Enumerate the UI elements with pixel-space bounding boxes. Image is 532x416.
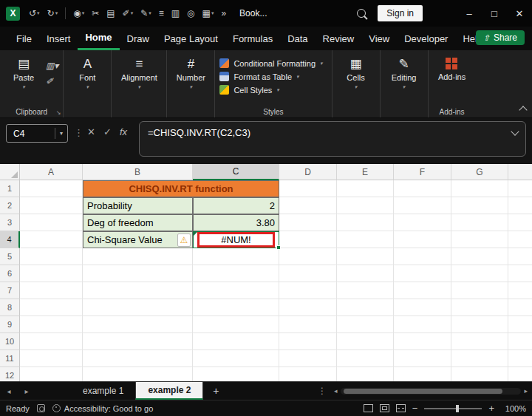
row-header-4[interactable]: 4 xyxy=(0,231,20,248)
number-group-button[interactable]: # Number ▾ xyxy=(171,55,210,106)
sheet-nav-right-icon[interactable]: ▸ xyxy=(18,382,35,400)
row-header-12[interactable]: 12 xyxy=(0,367,20,381)
row-header-5[interactable]: 5 xyxy=(0,248,20,265)
sheet-tab-example-1[interactable]: example 1 xyxy=(71,382,135,400)
row-header-3[interactable]: 3 xyxy=(0,214,20,231)
cancel-button[interactable]: ✕ xyxy=(87,126,95,137)
cell-styles-button[interactable]: Cell Styles ▾ xyxy=(219,85,322,95)
cells-area[interactable]: CHISQ.INV.RT function Probability 2 Deg … xyxy=(20,180,532,381)
tab-formulas[interactable]: Formulas xyxy=(225,27,280,50)
cell-b3[interactable]: Deg of freedom xyxy=(83,214,193,231)
row-header-7[interactable]: 7 xyxy=(0,282,20,299)
scrollbar-thumb[interactable] xyxy=(344,389,503,394)
tab-file[interactable]: File xyxy=(9,27,39,50)
tab-draw[interactable]: Draw xyxy=(120,27,157,50)
zoom-slider[interactable] xyxy=(424,408,482,409)
cut-button[interactable]: ✂ xyxy=(89,6,102,21)
clipboard-dialog-launcher[interactable]: ↘ xyxy=(56,109,61,116)
cell-c4-selected[interactable]: #NUM! xyxy=(193,231,279,248)
zoom-in-button[interactable]: + xyxy=(488,403,494,414)
format-as-table-button[interactable]: Format as Table ▾ xyxy=(219,72,322,81)
tab-review[interactable]: Review xyxy=(316,27,362,50)
scrollbar-track[interactable] xyxy=(341,388,522,395)
tab-view[interactable]: View xyxy=(361,27,397,50)
close-button[interactable]: ✕ xyxy=(507,0,532,27)
fill-handle[interactable] xyxy=(276,245,281,250)
paste-button[interactable]: ▤ Paste ▾ xyxy=(4,55,43,106)
column-header-c[interactable]: C xyxy=(193,164,279,180)
sheet-nav-left-icon[interactable]: ◂ xyxy=(0,382,18,400)
search-icon[interactable] xyxy=(357,9,366,18)
undo-button[interactable]: ↺▾ xyxy=(26,6,43,21)
minimize-button[interactable]: – xyxy=(457,0,482,27)
scroll-right-icon[interactable]: ▸ xyxy=(524,387,528,395)
add-sheet-button[interactable]: + xyxy=(203,382,228,400)
row-header-6[interactable]: 6 xyxy=(0,265,20,282)
qat-overflow-button[interactable]: » xyxy=(218,6,229,21)
redo-button[interactable]: ↻▾ xyxy=(44,6,61,21)
zoom-level[interactable]: 100% xyxy=(501,404,526,413)
macro-record-icon[interactable] xyxy=(37,404,45,412)
row-header-10[interactable]: 10 xyxy=(0,333,20,350)
accessibility-status[interactable]: Accessibility: Good to go xyxy=(52,404,153,413)
print-button[interactable]: ≡ xyxy=(156,6,167,21)
row-header-9[interactable]: 9 xyxy=(0,316,20,333)
formula-input[interactable]: =CHISQ.INV.RT(C2,C3) xyxy=(139,121,526,157)
name-box[interactable]: C4 ▾ xyxy=(6,124,68,143)
copy-button[interactable]: ▤ xyxy=(103,6,117,21)
borders-button[interactable]: ▦▾ xyxy=(200,6,217,21)
excel-logo-icon[interactable]: X xyxy=(6,7,20,21)
cell-b4[interactable]: Chi-Square Value ⚠ xyxy=(83,231,193,248)
tab-developer[interactable]: Developer xyxy=(397,27,455,50)
format-painter-button[interactable]: ✐▾ xyxy=(120,6,137,21)
cell-b2[interactable]: Probability xyxy=(83,197,193,214)
expand-formula-bar-chevron-icon[interactable] xyxy=(511,127,519,135)
addins-button[interactable]: Add-ins xyxy=(433,55,471,106)
tab-home[interactable]: Home xyxy=(78,27,119,50)
touch-mode-button[interactable]: ◉▾ xyxy=(70,6,87,21)
scroll-left-icon[interactable]: ◂ xyxy=(334,387,338,395)
normal-view-icon[interactable] xyxy=(364,404,373,412)
tab-page-layout[interactable]: Page Layout xyxy=(157,27,225,50)
collapse-ribbon-chevron-icon[interactable] xyxy=(519,106,527,114)
row-header-8[interactable]: 8 xyxy=(0,299,20,316)
tab-insert[interactable]: Insert xyxy=(39,27,78,50)
insert-function-button[interactable]: fx xyxy=(120,126,127,137)
page-break-view-icon[interactable] xyxy=(396,404,406,412)
font-group-button[interactable]: A Font ▾ xyxy=(68,55,106,106)
conditional-formatting-button[interactable]: Conditional Formatting ▾ xyxy=(219,58,322,68)
sheet-options-dots-icon[interactable]: ⋮ xyxy=(318,382,327,400)
error-warning-icon[interactable]: ⚠ xyxy=(177,233,191,247)
cells-group-button[interactable]: ▦ Cells ▾ xyxy=(337,55,375,106)
alignment-group-button[interactable]: ≡ Alignment ▾ xyxy=(116,55,162,106)
cell-b1-title[interactable]: CHISQ.INV.RT function xyxy=(83,180,279,197)
column-header-a[interactable]: A xyxy=(20,164,83,180)
camera-button[interactable]: ◎ xyxy=(184,6,197,21)
row-header-2[interactable]: 2 xyxy=(0,197,20,214)
row-header-1[interactable]: 1 xyxy=(0,180,20,197)
sheet-tab-example-2[interactable]: example 2 xyxy=(135,382,203,400)
draw-button[interactable]: ✎▾ xyxy=(137,6,154,21)
tab-data[interactable]: Data xyxy=(280,27,315,50)
column-header-d[interactable]: D xyxy=(279,164,337,180)
editing-group-button[interactable]: ✎ Editing ▾ xyxy=(385,55,423,106)
cell-c3[interactable]: 3.80 xyxy=(193,214,279,231)
row-header-11[interactable]: 11 xyxy=(0,350,20,367)
column-header-g[interactable]: G xyxy=(451,164,508,180)
sign-in-button[interactable]: Sign in xyxy=(378,5,423,21)
share-button[interactable]: ⇧Share xyxy=(476,30,525,45)
format-painter-icon[interactable]: ✐ xyxy=(46,76,58,86)
horizontal-scrollbar[interactable]: ◂ ▸ xyxy=(334,382,528,400)
enter-button[interactable]: ✓ xyxy=(103,126,112,137)
zoom-slider-thumb[interactable] xyxy=(456,405,459,412)
cell-c2[interactable]: 2 xyxy=(193,197,279,214)
column-header-b[interactable]: B xyxy=(83,164,193,180)
column-header-f[interactable]: F xyxy=(394,164,451,180)
select-all-corner[interactable] xyxy=(0,164,20,180)
column-header-e[interactable]: E xyxy=(337,164,394,180)
paste-qat-button[interactable]: ▥ xyxy=(168,6,183,21)
page-layout-view-icon[interactable] xyxy=(380,404,389,412)
paste-special-icon[interactable]: ▥▾ xyxy=(46,61,58,71)
maximize-button[interactable]: □ xyxy=(482,0,507,27)
zoom-out-button[interactable]: − xyxy=(412,403,418,414)
